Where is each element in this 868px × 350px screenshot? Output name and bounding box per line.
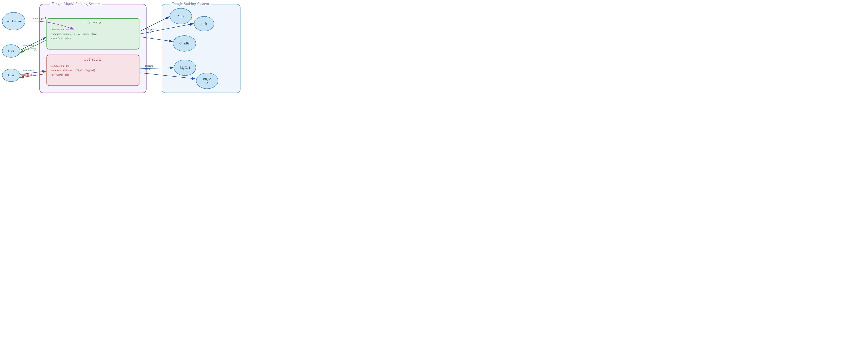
pool-a-commission: Commission : 1% bbox=[51, 27, 135, 32]
liquid-stakes-bottom-text: liquid stakes bbox=[22, 69, 34, 72]
staking-title: Tangle Staking System bbox=[170, 2, 211, 6]
pool-creator-label: Pool Creator bbox=[5, 19, 22, 24]
pool-b-commission: Commission : 1% bbox=[51, 64, 135, 68]
user-top-label: User bbox=[8, 49, 14, 53]
pool-b-validators: Nominated Validators : [BigCo1, BigCo2] bbox=[51, 68, 135, 72]
alice-label: Alice bbox=[177, 14, 185, 18]
pool-b-admin: Pool Admin : Bob bbox=[51, 72, 135, 77]
receives-lst-a-text: receives LST(A) bbox=[21, 48, 37, 51]
user-bottom-node: User bbox=[2, 69, 20, 82]
pool-a-validators: Nominated Validators : [Eve, Charlie, Da… bbox=[51, 32, 135, 36]
liquid-stakes-top-text: liquid stakes bbox=[22, 44, 34, 47]
user-bottom-label: User bbox=[8, 73, 14, 77]
pool-creator-node: Pool Creator bbox=[2, 12, 25, 30]
liquid-staking-title: Tangle Liquid Staking System bbox=[50, 2, 102, 6]
pool-a-box: LST Pool A Commission : 1% Nominated Val… bbox=[46, 18, 140, 50]
bob-label: Bob bbox=[201, 22, 207, 26]
pool-b-title: LST Pool B bbox=[51, 57, 135, 62]
user-top-node: User bbox=[2, 44, 20, 58]
receives-lst-b-text: receives LST(B) bbox=[21, 73, 37, 76]
bob-node: Bob bbox=[194, 16, 214, 31]
bigco2-label: BigCo 2 bbox=[203, 77, 211, 85]
charlie-label: Charlie bbox=[179, 41, 189, 45]
bigco1-label: BigCo1 bbox=[180, 66, 190, 70]
pool-a-title: LST Pool A bbox=[51, 21, 135, 25]
alice-node: Alice bbox=[170, 8, 192, 24]
bigco2-node: BigCo 2 bbox=[196, 73, 218, 89]
diagram-container: Tangle Liquid Staking System Tangle Stak… bbox=[0, 0, 243, 97]
pool-b-box: LST Pool B Commission : 1% Nominated Val… bbox=[46, 55, 140, 86]
delegate-funds-top-text: delegate bbox=[146, 28, 154, 31]
pool-a-admin: Pool Admin : Alice bbox=[51, 36, 135, 41]
charlie-node: Charlie bbox=[173, 35, 196, 52]
bigco1-node: BigCo1 bbox=[174, 60, 196, 76]
